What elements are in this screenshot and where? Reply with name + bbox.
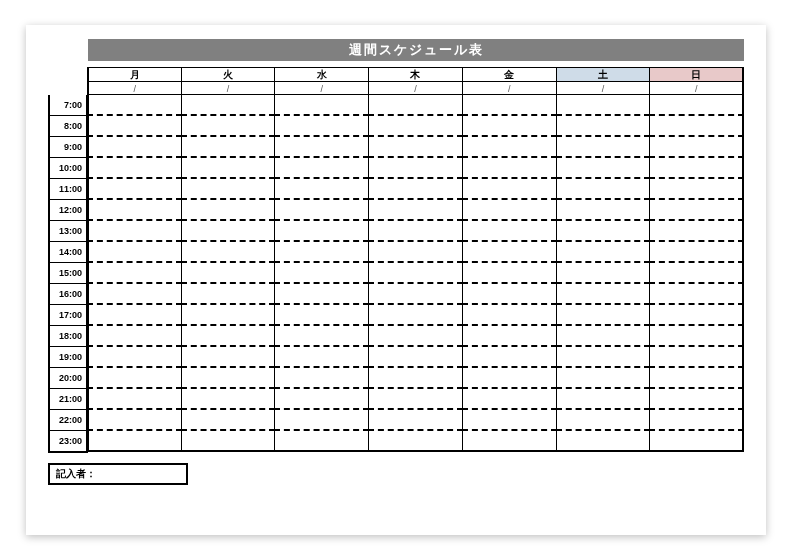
schedule-cell[interactable]	[556, 221, 651, 242]
schedule-cell[interactable]	[274, 95, 369, 116]
schedule-cell[interactable]	[649, 347, 744, 368]
schedule-cell[interactable]	[274, 263, 369, 284]
date-cell-thu[interactable]: /	[368, 81, 463, 95]
schedule-cell[interactable]	[274, 179, 369, 200]
schedule-cell[interactable]	[556, 347, 651, 368]
schedule-cell[interactable]	[181, 305, 276, 326]
schedule-cell[interactable]	[556, 326, 651, 347]
schedule-cell[interactable]	[556, 284, 651, 305]
schedule-cell[interactable]	[87, 95, 182, 116]
schedule-cell[interactable]	[181, 347, 276, 368]
schedule-cell[interactable]	[274, 326, 369, 347]
schedule-cell[interactable]	[87, 116, 182, 137]
schedule-cell[interactable]	[274, 116, 369, 137]
schedule-cell[interactable]	[649, 389, 744, 410]
schedule-cell[interactable]	[368, 305, 463, 326]
schedule-cell[interactable]	[181, 263, 276, 284]
schedule-cell[interactable]	[368, 326, 463, 347]
schedule-cell[interactable]	[649, 326, 744, 347]
schedule-cell[interactable]	[274, 347, 369, 368]
schedule-cell[interactable]	[649, 137, 744, 158]
schedule-cell[interactable]	[274, 158, 369, 179]
schedule-cell[interactable]	[368, 389, 463, 410]
schedule-cell[interactable]	[181, 389, 276, 410]
schedule-cell[interactable]	[649, 158, 744, 179]
schedule-cell[interactable]	[368, 221, 463, 242]
schedule-cell[interactable]	[462, 116, 557, 137]
schedule-cell[interactable]	[462, 347, 557, 368]
schedule-cell[interactable]	[368, 116, 463, 137]
schedule-cell[interactable]	[462, 95, 557, 116]
schedule-cell[interactable]	[556, 158, 651, 179]
schedule-cell[interactable]	[556, 95, 651, 116]
date-cell-sat[interactable]: /	[556, 81, 651, 95]
schedule-cell[interactable]	[649, 242, 744, 263]
schedule-cell[interactable]	[87, 263, 182, 284]
schedule-cell[interactable]	[649, 263, 744, 284]
schedule-cell[interactable]	[274, 137, 369, 158]
schedule-cell[interactable]	[649, 95, 744, 116]
schedule-cell[interactable]	[181, 137, 276, 158]
schedule-cell[interactable]	[462, 221, 557, 242]
schedule-cell[interactable]	[87, 200, 182, 221]
schedule-cell[interactable]	[556, 368, 651, 389]
schedule-cell[interactable]	[462, 305, 557, 326]
schedule-cell[interactable]	[181, 116, 276, 137]
schedule-cell[interactable]	[649, 431, 744, 452]
schedule-cell[interactable]	[462, 179, 557, 200]
schedule-cell[interactable]	[274, 200, 369, 221]
schedule-cell[interactable]	[649, 368, 744, 389]
schedule-cell[interactable]	[556, 242, 651, 263]
schedule-cell[interactable]	[181, 410, 276, 431]
date-cell-sun[interactable]: /	[649, 81, 744, 95]
date-cell-tue[interactable]: /	[181, 81, 276, 95]
schedule-cell[interactable]	[368, 179, 463, 200]
schedule-cell[interactable]	[556, 137, 651, 158]
schedule-cell[interactable]	[181, 95, 276, 116]
schedule-cell[interactable]	[87, 284, 182, 305]
schedule-cell[interactable]	[181, 158, 276, 179]
schedule-cell[interactable]	[368, 200, 463, 221]
schedule-cell[interactable]	[368, 263, 463, 284]
schedule-cell[interactable]	[274, 242, 369, 263]
schedule-cell[interactable]	[368, 158, 463, 179]
schedule-cell[interactable]	[181, 284, 276, 305]
schedule-cell[interactable]	[556, 431, 651, 452]
schedule-cell[interactable]	[368, 95, 463, 116]
schedule-cell[interactable]	[649, 221, 744, 242]
schedule-cell[interactable]	[556, 305, 651, 326]
schedule-cell[interactable]	[462, 242, 557, 263]
schedule-cell[interactable]	[368, 242, 463, 263]
schedule-cell[interactable]	[368, 137, 463, 158]
date-cell-wed[interactable]: /	[274, 81, 369, 95]
schedule-cell[interactable]	[649, 305, 744, 326]
schedule-cell[interactable]	[556, 263, 651, 284]
schedule-cell[interactable]	[556, 116, 651, 137]
schedule-cell[interactable]	[87, 242, 182, 263]
schedule-cell[interactable]	[368, 410, 463, 431]
schedule-cell[interactable]	[368, 284, 463, 305]
schedule-cell[interactable]	[462, 431, 557, 452]
schedule-cell[interactable]	[462, 137, 557, 158]
schedule-cell[interactable]	[556, 179, 651, 200]
schedule-cell[interactable]	[274, 305, 369, 326]
schedule-cell[interactable]	[274, 431, 369, 452]
schedule-cell[interactable]	[87, 305, 182, 326]
schedule-cell[interactable]	[274, 284, 369, 305]
schedule-cell[interactable]	[368, 347, 463, 368]
schedule-cell[interactable]	[274, 389, 369, 410]
schedule-cell[interactable]	[649, 410, 744, 431]
schedule-cell[interactable]	[649, 200, 744, 221]
schedule-cell[interactable]	[462, 200, 557, 221]
schedule-cell[interactable]	[462, 389, 557, 410]
schedule-cell[interactable]	[87, 179, 182, 200]
schedule-cell[interactable]	[462, 326, 557, 347]
schedule-cell[interactable]	[87, 431, 182, 452]
schedule-cell[interactable]	[181, 221, 276, 242]
schedule-cell[interactable]	[181, 368, 276, 389]
schedule-cell[interactable]	[649, 116, 744, 137]
schedule-cell[interactable]	[368, 431, 463, 452]
schedule-cell[interactable]	[87, 158, 182, 179]
schedule-cell[interactable]	[462, 263, 557, 284]
schedule-cell[interactable]	[87, 326, 182, 347]
